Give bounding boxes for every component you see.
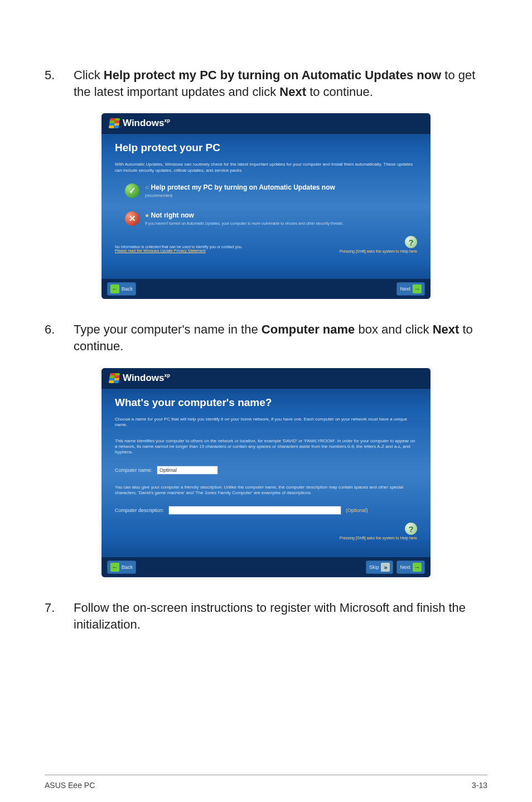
footer-product: ASUS Eee PC xyxy=(45,781,95,790)
dialog-desc-3: You can also give your computer a friend… xyxy=(115,485,417,496)
screenshot-help-protect: Windowsxp Help protect your PC With Auto… xyxy=(101,113,431,299)
screenshot-computer-name: Windowsxp What's your computer's name? C… xyxy=(101,368,431,578)
arrow-left-icon: ← xyxy=(110,563,119,572)
dialog-title: What's your computer's name? xyxy=(115,397,417,409)
windows-logo-icon xyxy=(109,373,119,383)
dialog-description: With Automatic Updates, Windows can rout… xyxy=(115,162,417,173)
step-6: 6. Type your computer's name in the Comp… xyxy=(45,321,487,577)
step-5: 5. Click Help protect my PC by turning o… xyxy=(45,67,487,299)
shield-check-icon: ✓ xyxy=(125,183,139,198)
help-icon: ? xyxy=(405,523,417,535)
shield-cross-icon: ✕ xyxy=(125,211,139,226)
back-button[interactable]: ← Back xyxy=(107,561,136,574)
step-7-number: 7. xyxy=(45,600,74,615)
help-widget[interactable]: ? Pressing [Shift] asks the system to He… xyxy=(340,236,417,253)
next-button[interactable]: Next → xyxy=(396,561,425,574)
optional-hint: (Optional) xyxy=(346,508,368,513)
computer-desc-label: Computer description: xyxy=(115,508,164,513)
help-widget[interactable]: ? Pressing [Shift] asks the system to He… xyxy=(340,523,417,540)
dialog-title: Help protect your PC xyxy=(115,142,417,154)
step-7: 7. Follow the on-screen instructions to … xyxy=(45,600,487,632)
computer-name-label: Computer name: xyxy=(115,467,152,473)
help-icon: ? xyxy=(405,236,417,248)
windows-header: Windowsxp xyxy=(101,113,431,134)
windows-header: Windowsxp xyxy=(101,368,431,389)
computer-name-input[interactable]: Optimal xyxy=(157,466,218,475)
arrow-left-icon: ← xyxy=(110,284,119,293)
option-not-now[interactable]: ✕ ● Not right now If you haven't turned … xyxy=(115,211,417,226)
footer-page-number: 3-13 xyxy=(472,781,487,790)
arrow-right-icon: → xyxy=(413,284,422,293)
next-button[interactable]: Next → xyxy=(396,282,425,296)
step-5-number: 5. xyxy=(45,67,74,83)
computer-desc-input[interactable] xyxy=(168,506,341,515)
windows-logo-icon xyxy=(109,118,119,128)
dialog-desc-1: Choose a name for your PC that will help… xyxy=(115,417,417,428)
step-5-text: Click Help protect my PC by turning on A… xyxy=(74,67,487,100)
arrow-right-icon: → xyxy=(413,563,422,572)
dialog-desc-2: This name identifies your computer to ot… xyxy=(115,438,417,456)
back-button[interactable]: ← Back xyxy=(107,282,136,296)
arrow-right-skip-icon: » xyxy=(381,563,390,572)
windows-brand: Windowsxp xyxy=(123,373,170,384)
page-footer: ASUS Eee PC 3-13 xyxy=(45,775,487,802)
windows-brand: Windowsxp xyxy=(123,118,170,129)
step-7-text: Follow the on-screen instructions to reg… xyxy=(74,600,487,632)
step-6-text: Type your computer's name in the Compute… xyxy=(74,321,487,354)
skip-button[interactable]: Skip » xyxy=(366,561,394,574)
step-6-number: 6. xyxy=(45,321,74,337)
option-auto-updates[interactable]: ✓ ○ Help protect my PC by turning on Aut… xyxy=(115,183,417,198)
